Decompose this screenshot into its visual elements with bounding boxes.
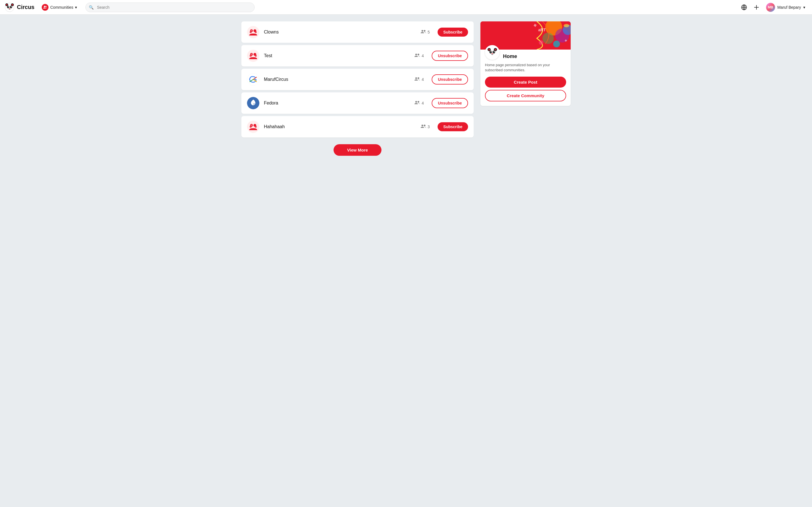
svg-point-46 xyxy=(255,126,257,128)
search-icon: 🔍 xyxy=(89,5,94,10)
svg-point-4 xyxy=(12,4,13,5)
plus-icon xyxy=(753,4,760,10)
home-logo-icon xyxy=(487,47,498,58)
svg-point-63 xyxy=(488,49,490,50)
svg-point-7 xyxy=(8,6,9,7)
community-avatar xyxy=(247,97,259,109)
svg-point-68 xyxy=(494,51,495,52)
logo-text: Circus xyxy=(17,4,35,10)
search-input[interactable] xyxy=(86,3,255,12)
community-avatar xyxy=(247,50,259,62)
svg-point-64 xyxy=(495,49,496,50)
svg-point-18 xyxy=(247,26,259,38)
unsubscribe-button[interactable]: Unsubscribe xyxy=(432,51,468,61)
home-logo xyxy=(485,45,500,60)
svg-point-69 xyxy=(492,53,493,54)
view-more-button[interactable]: View More xyxy=(334,144,382,156)
home-widget: aRT xyxy=(480,21,571,106)
community-avatar xyxy=(247,121,259,133)
svg-point-25 xyxy=(424,30,425,32)
svg-point-39 xyxy=(415,101,417,103)
community-name: Test xyxy=(264,53,410,58)
svg-point-45 xyxy=(250,126,252,128)
svg-point-10 xyxy=(44,6,45,7)
home-description: Home page personalized based on your sub… xyxy=(485,62,566,73)
svg-point-36 xyxy=(415,77,417,79)
svg-point-59 xyxy=(564,24,569,27)
member-count: 3 xyxy=(421,124,430,129)
add-btn[interactable] xyxy=(751,2,762,12)
subscribe-button[interactable]: Subscribe xyxy=(438,27,468,37)
member-count: 4 xyxy=(414,53,424,58)
communities-nav-label: Communities xyxy=(50,5,73,10)
unsubscribe-button[interactable]: Unsubscribe xyxy=(432,98,468,108)
member-count: 5 xyxy=(421,30,430,35)
home-widget-body: Home Home page personalized based on you… xyxy=(480,50,571,106)
svg-point-8 xyxy=(11,6,12,7)
search-bar: 🔍 xyxy=(86,3,255,12)
svg-point-33 xyxy=(417,54,419,55)
avatar: MB xyxy=(766,3,775,12)
svg-point-32 xyxy=(415,54,417,55)
svg-point-3 xyxy=(6,4,8,5)
svg-point-48 xyxy=(424,125,425,126)
logo-link[interactable]: Circus xyxy=(4,2,35,12)
member-count: 4 xyxy=(414,101,424,106)
people-icon xyxy=(43,5,47,9)
members-icon xyxy=(421,124,426,129)
members-icon xyxy=(414,101,420,106)
svg-point-37 xyxy=(417,77,419,79)
community-name: Hahahaah xyxy=(264,124,416,129)
svg-point-40 xyxy=(417,101,419,103)
svg-point-24 xyxy=(421,30,423,32)
community-name: Fedora xyxy=(264,101,410,106)
view-more-wrap: View More xyxy=(241,144,474,156)
main-container: Clowns 5 Subscribe xyxy=(237,15,575,163)
navbar: Circus Communities ▾ 🔍 xyxy=(0,0,812,15)
community-card: MarufCircus 4 Unsubscribe xyxy=(241,69,474,90)
svg-point-9 xyxy=(9,8,10,8)
community-name: MarufCircus xyxy=(264,77,410,82)
create-post-button[interactable]: Create Post xyxy=(485,76,566,88)
svg-point-31 xyxy=(255,55,257,57)
user-chevron-icon: ▾ xyxy=(803,5,805,10)
home-widget-header: Home xyxy=(485,45,566,60)
svg-point-67 xyxy=(491,51,492,52)
home-title: Home xyxy=(503,54,517,59)
svg-text:aRT: aRT xyxy=(538,27,546,32)
communities-dropdown-btn[interactable]: Communities ▾ xyxy=(39,2,80,12)
members-icon xyxy=(414,53,420,58)
community-avatar xyxy=(247,73,259,86)
member-count: 4 xyxy=(414,77,424,82)
username-label: Maruf Bepary xyxy=(777,5,801,10)
members-icon xyxy=(421,30,426,35)
globe-icon xyxy=(741,4,747,10)
create-community-button[interactable]: Create Community xyxy=(485,90,566,101)
svg-point-41 xyxy=(247,121,259,133)
subscribe-button[interactable]: Subscribe xyxy=(438,122,468,131)
globe-icon-btn[interactable] xyxy=(739,2,749,12)
community-card: Fedora 4 Unsubscribe xyxy=(241,93,474,114)
members-icon xyxy=(414,77,420,82)
communities-chevron-icon: ▾ xyxy=(75,5,77,10)
communities-nav-icon xyxy=(42,4,49,11)
circus-logo-icon xyxy=(4,2,15,12)
community-card: Test 4 Unsubscribe xyxy=(241,45,474,66)
svg-point-47 xyxy=(421,125,423,126)
communities-list: Clowns 5 Subscribe xyxy=(241,21,474,156)
community-card: Hahahaah 3 Subscribe xyxy=(241,116,474,137)
svg-point-30 xyxy=(250,55,252,57)
svg-point-22 xyxy=(250,31,252,33)
community-card: Clowns 5 Subscribe xyxy=(241,21,474,43)
unsubscribe-button[interactable]: Unsubscribe xyxy=(432,74,468,84)
svg-point-26 xyxy=(247,50,259,62)
community-name: Clowns xyxy=(264,30,416,35)
svg-point-11 xyxy=(45,6,47,7)
svg-point-23 xyxy=(255,31,257,33)
svg-point-58 xyxy=(539,40,543,45)
community-avatar xyxy=(247,26,259,38)
right-sidebar: aRT xyxy=(480,21,571,156)
user-menu-btn[interactable]: MB Maruf Bepary ▾ xyxy=(764,2,808,13)
nav-right-actions: MB Maruf Bepary ▾ xyxy=(739,2,808,13)
